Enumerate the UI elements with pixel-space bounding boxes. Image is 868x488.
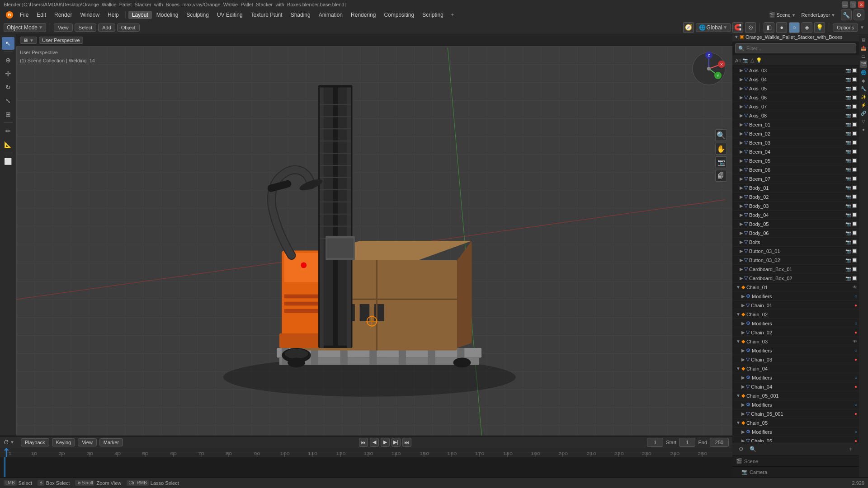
outliner-item-beem07[interactable]: ▶ ▽ Beem_07 📷 🔲 [732, 174, 859, 183]
view-layer-tab[interactable]: 🗂 [860, 52, 867, 60]
camera-restrict-icon[interactable]: 📷 [845, 230, 851, 235]
visibility-icon[interactable]: 👁 [853, 339, 857, 344]
material-tab[interactable]: ● [860, 126, 867, 133]
maximize-button[interactable]: □ [850, 1, 856, 8]
tl-editor-type[interactable]: ⏱ ▼ [4, 439, 14, 446]
outliner-item-axis07[interactable]: ▶ ▽ Axis_07 📷 🔲 [732, 102, 859, 111]
render-restrict-icon[interactable]: 🔲 [852, 113, 857, 118]
outliner-item-chain03-group[interactable]: ▼ ◆ Chain_03 👁 [732, 337, 859, 346]
workspace-texture[interactable]: Texture Paint [247, 11, 286, 19]
workspace-layout[interactable]: Layout [128, 11, 152, 19]
modifier-circle[interactable]: ○ [854, 321, 857, 326]
camera-restrict-icon[interactable]: 📷 [845, 140, 851, 145]
outliner-item-beem01[interactable]: ▶ ▽ Beem_01 📷 🔲 [732, 120, 859, 129]
outliner-item-axis08[interactable]: ▶ ▽ Axis_08 📷 🔲 [732, 111, 859, 120]
add-workspace-button[interactable]: + [448, 10, 457, 19]
menu-render[interactable]: Render [51, 11, 75, 19]
camera-restrict-icon[interactable]: 📷 [845, 267, 851, 272]
outliner-item-chain05001-group[interactable]: ▼ ◆ Chain_05_001 [732, 391, 859, 400]
wireframe-mode[interactable]: ◈ [802, 22, 812, 33]
close-button[interactable]: ✕ [858, 1, 864, 8]
render-restrict-icon[interactable]: 🔲 [852, 212, 857, 217]
outliner-item-chain05-mesh[interactable]: ▶ ▽ Chain_05 ● [732, 436, 859, 442]
render-restrict-icon[interactable]: 🔲 [852, 95, 857, 100]
add-menu[interactable]: Add [98, 23, 115, 32]
render-restrict-icon[interactable]: 🔲 [852, 249, 857, 253]
outliner-item-bolts[interactable]: ▶ ▽ Bolts 📷 🔲 [732, 238, 859, 247]
outliner-item-chain05-group[interactable]: ▼ ◆ Chain_05 [732, 418, 859, 427]
zoom-in-btn[interactable]: 🔍 [715, 129, 727, 141]
outliner-item-cardbox02[interactable]: ▶ ▽ Cardboard_Box_02 📷 🔲 [732, 274, 859, 283]
camera-restrict-icon[interactable]: 📷 [845, 77, 851, 82]
outliner-item-chain02-mesh[interactable]: ▶ ▽ Chain_02 ● [732, 328, 859, 337]
xray-toggle[interactable]: ◧ [764, 22, 774, 33]
render-restrict-icon[interactable]: 🔲 [852, 221, 857, 226]
next-frame-btn[interactable]: ▶| [392, 438, 401, 447]
camera-restrict-icon[interactable]: 📷 [845, 176, 851, 181]
scale-tool-btn[interactable]: ⤡ [2, 94, 14, 107]
camera-restrict-icon[interactable]: 📷 [845, 113, 851, 118]
render-restrict-icon[interactable]: 🔲 [852, 158, 857, 163]
add-cube-tool-btn[interactable]: ⬜ [2, 155, 14, 168]
modifier-circle[interactable]: ○ [854, 375, 857, 380]
camera-restrict-icon[interactable]: 📷 [845, 194, 851, 199]
constraints-tab[interactable]: 🔗 [860, 109, 867, 117]
camera-restrict-icon[interactable]: 📷 [845, 249, 851, 253]
outliner-item-chain03-mesh[interactable]: ▶ ▽ Chain_03 ● [732, 355, 859, 364]
camera-restrict-icon[interactable]: 📷 [845, 122, 851, 127]
view-menu[interactable]: View [54, 23, 73, 32]
modifier-circle[interactable]: ○ [854, 402, 857, 407]
render-restrict-icon[interactable]: 🔲 [852, 194, 857, 199]
outliner-item-body04[interactable]: ▶ ▽ Body_04 📷 🔲 [732, 211, 859, 220]
modifier-tab[interactable]: 🔧 [860, 85, 867, 92]
data-circle[interactable]: ● [854, 330, 857, 335]
options-dropdown-arrow[interactable]: ▼ [860, 25, 864, 30]
outliner-item-axis04[interactable]: ▶ ▽ Axis_04 📷 🔲 [732, 75, 859, 84]
select-menu[interactable]: Select [75, 23, 97, 32]
menu-window[interactable]: Window [76, 11, 103, 19]
camera-restrict-icon[interactable]: 📷 [845, 239, 851, 244]
outliner-item-chain01-modifiers[interactable]: ▶ ⚙ Modifiers ○ [732, 292, 859, 301]
solid-mode[interactable]: ○ [789, 22, 800, 33]
search-icon[interactable]: 🔍 [748, 444, 758, 454]
rendered-mode[interactable]: 💡 [814, 22, 825, 33]
minimize-button[interactable]: — [842, 1, 848, 8]
data-tab[interactable]: ▽ [860, 117, 867, 125]
render-restrict-icon[interactable]: 🔲 [852, 239, 857, 244]
render-restrict-icon[interactable]: 🔲 [852, 258, 857, 263]
outliner-item-chain04-group[interactable]: ▼ ◆ Chain_04 [732, 364, 859, 373]
outliner-item-body05[interactable]: ▶ ▽ Body_05 📷 🔲 [732, 220, 859, 229]
camera-restrict-icon[interactable]: 📷 [845, 149, 851, 154]
annotate-tool-btn[interactable]: ✏ [2, 125, 14, 137]
outliner-item-chain02-group[interactable]: ▼ ◆ Chain_02 [732, 310, 859, 319]
object-tab[interactable]: ◆ [860, 77, 867, 84]
viewport-3d[interactable]: 🖥 ▼ User Perspective User Perspective (1… [16, 34, 732, 436]
outliner-item-body01[interactable]: ▶ ▽ Body_01 📷 🔲 [732, 183, 859, 192]
workspace-modeling[interactable]: Modeling [153, 11, 182, 19]
render-restrict-icon[interactable]: 🔲 [852, 68, 857, 73]
output-tab[interactable]: 📤 [860, 44, 867, 52]
navigation-gizmo[interactable]: X Y Z [691, 51, 727, 87]
data-circle[interactable]: ● [854, 357, 857, 362]
object-mode-dropdown[interactable]: Object Mode ▼ [4, 23, 46, 32]
properties-icon[interactable]: ⚙ [736, 444, 746, 454]
render-restrict-icon[interactable]: 🔲 [852, 86, 857, 91]
menu-edit[interactable]: Edit [33, 11, 50, 19]
outliner-search-input[interactable] [746, 46, 853, 51]
end-frame-display[interactable]: 250 [710, 438, 729, 447]
camera-restrict-icon[interactable]: 📷 [845, 212, 851, 217]
render-restrict-icon[interactable]: 🔲 [852, 131, 857, 136]
outliner-item-axis06[interactable]: ▶ ▽ Axis_06 📷 🔲 [732, 93, 859, 102]
workspace-uv[interactable]: UV Editing [213, 11, 246, 19]
camera-restrict-icon[interactable]: 📷 [845, 276, 851, 281]
camera-restrict-icon[interactable]: 📷 [845, 221, 851, 226]
start-frame-display[interactable]: 1 [679, 438, 695, 447]
world-tab[interactable]: 🌐 [860, 69, 867, 76]
outliner-item-body02[interactable]: ▶ ▽ Body_02 📷 🔲 [732, 192, 859, 202]
render-restrict-icon[interactable]: 🔲 [852, 203, 857, 208]
camera-restrict-icon[interactable]: 📷 [845, 158, 851, 163]
camera-restrict-icon[interactable]: 📷 [845, 167, 851, 172]
play-btn[interactable]: ▶ [381, 438, 390, 447]
scene-tab[interactable]: 🎬 [860, 61, 867, 68]
render-restrict-icon[interactable]: 🔲 [852, 149, 857, 154]
